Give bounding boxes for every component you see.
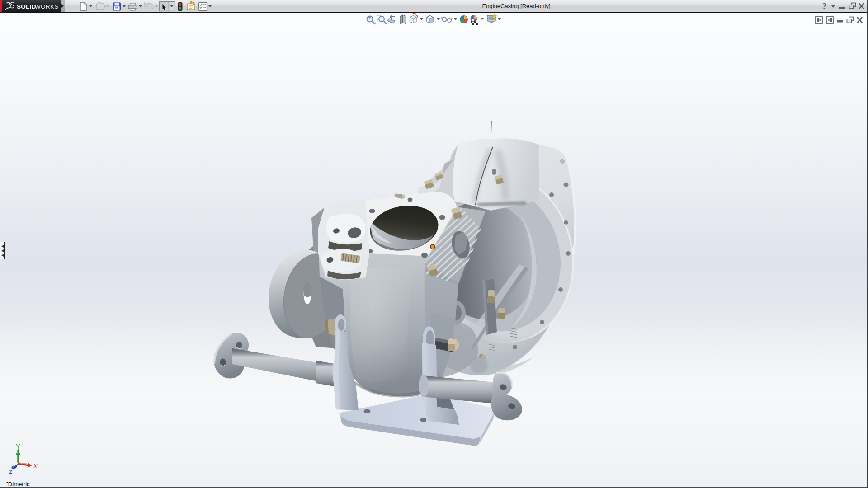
svg-text:X: X (33, 463, 38, 469)
